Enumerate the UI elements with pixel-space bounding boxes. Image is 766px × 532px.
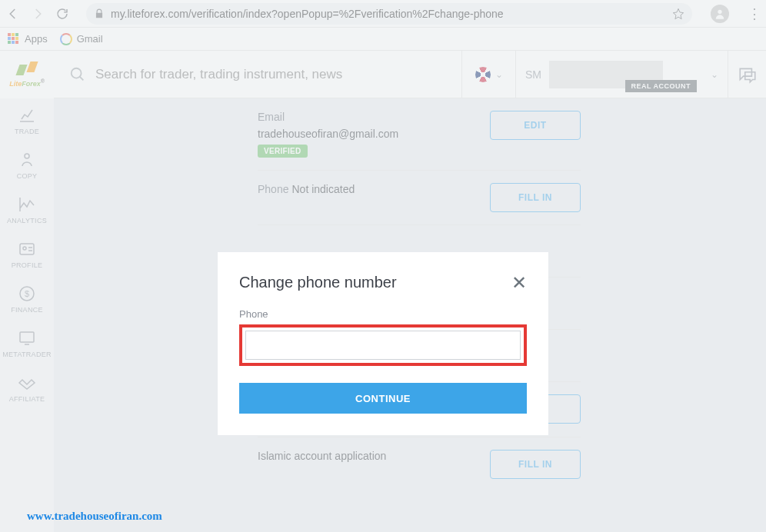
phone-value: Not indicated [291,183,355,195]
account-type-badge: REAL ACCOUNT [625,80,698,92]
row-islamic: Islamic account application FILL IN [258,437,581,491]
chart-line-icon [18,106,36,125]
bookmarks-bar: Apps Gmail [0,28,766,51]
lock-icon [94,8,105,19]
change-phone-modal: Change phone number ✕ Phone CONTINUE [218,252,548,435]
phone-field-label: Phone [239,308,527,320]
sidebar-item-metatrader[interactable]: METATRADER [0,321,54,366]
sidebar: LiteForex® TRADE COPY ANALYTICS PROFILE … [0,51,54,532]
row-email: Email tradehouseofiran@gmail.com VERIFIE… [258,98,581,171]
monitor-icon [18,329,36,347]
forward-icon[interactable] [31,7,45,21]
analytics-icon [18,195,36,214]
search-wrap [54,66,461,83]
sidebar-label: PROFILE [12,261,43,269]
svg-point-7 [72,68,82,78]
email-label: Email [258,111,398,123]
email-value: tradehouseofiran@gmail.com [258,128,398,140]
apps-label: Apps [25,33,48,45]
sidebar-label: METATRADER [2,351,52,358]
verified-badge: VERIFIED [258,145,308,158]
person-icon [18,151,36,169]
user-initials: SM [525,68,541,81]
url-text: my.liteforex.com/verification/index?open… [111,8,666,20]
sidebar-item-finance[interactable]: $ FINANCE [0,277,54,321]
sidebar-label: ANALYTICS [7,217,47,224]
handshake-icon [18,374,36,392]
reload-icon[interactable] [55,7,69,21]
chevron-down-icon: ⌄ [711,69,718,80]
sidebar-label: AFFILIATE [9,395,45,403]
sidebar-item-affiliate[interactable]: AFFILIATE [0,366,54,411]
continue-button[interactable]: CONTINUE [239,383,527,414]
address-bar[interactable]: my.liteforex.com/verification/index?open… [86,3,692,25]
svg-rect-2 [20,244,34,254]
search-input[interactable] [95,67,446,82]
bookmark-star-icon[interactable] [672,8,684,20]
back-icon[interactable] [6,7,20,21]
topbar: ⌄ SM ⌄ REAL ACCOUNT [54,51,766,98]
close-icon[interactable]: ✕ [511,275,527,291]
chat-icon [738,65,758,85]
islamic-label: Islamic account application [258,450,386,462]
uk-flag-icon [475,67,491,82]
modal-title: Change phone number [239,274,397,291]
browser-toolbar: my.liteforex.com/verification/index?open… [0,0,766,28]
phone-input[interactable] [245,331,521,360]
fillin-islamic-button[interactable]: FILL IN [490,450,581,479]
sidebar-item-profile[interactable]: PROFILE [0,232,54,277]
edit-email-button[interactable]: EDIT [490,111,581,140]
row-phone: Phone Not indicated FILL IN [258,171,581,225]
svg-text:$: $ [25,289,29,298]
svg-point-1 [25,154,29,158]
phone-input-highlight [239,324,527,366]
gmail-label: Gmail [77,33,103,45]
svg-point-3 [23,247,26,250]
account-selector[interactable]: SM ⌄ REAL ACCOUNT [515,51,728,98]
svg-rect-6 [20,332,34,342]
dollar-icon: $ [18,284,36,303]
sidebar-label: TRADE [15,128,39,135]
logo-mark-icon [16,62,38,78]
gmail-shortcut[interactable]: Gmail [60,33,103,45]
chat-button[interactable] [728,51,766,98]
sidebar-label: COPY [17,172,38,180]
fillin-phone-button[interactable]: FILL IN [490,183,581,212]
search-icon [69,66,86,83]
phone-label: Phone [258,183,288,195]
google-icon [60,33,72,45]
svg-point-0 [718,9,721,13]
browser-menu-icon[interactable]: ⋮ [748,5,760,22]
apps-grid-icon [8,33,20,45]
chevron-down-icon: ⌄ [495,69,503,80]
language-selector[interactable]: ⌄ [461,51,515,98]
logo-text: LiteForex® [9,78,45,88]
profile-avatar-icon[interactable] [711,5,729,23]
sidebar-label: FINANCE [11,306,43,314]
sidebar-item-trade[interactable]: TRADE [0,98,54,143]
id-card-icon [18,240,36,258]
logo[interactable]: LiteForex® [0,51,54,98]
apps-shortcut[interactable]: Apps [8,33,48,45]
watermark-text: www.tradehouseofiran.com [27,510,162,523]
sidebar-item-analytics[interactable]: ANALYTICS [0,188,54,232]
sidebar-item-copy[interactable]: COPY [0,143,54,188]
